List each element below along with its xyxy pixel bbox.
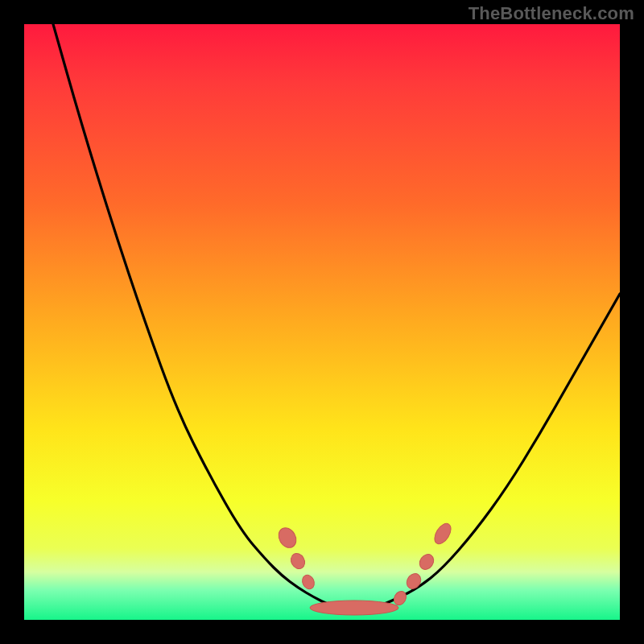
curve-marker (288, 551, 308, 571)
curve-marker (431, 521, 454, 547)
curve-marker (300, 573, 316, 591)
curve-marker (310, 601, 398, 615)
curve-marker (417, 551, 437, 572)
watermark-text: TheBottleneck.com (469, 3, 634, 24)
curve-markers (275, 521, 454, 615)
curve-marker (275, 525, 299, 551)
curve-path (53, 24, 620, 609)
plot-area (24, 24, 620, 620)
chart-frame: TheBottleneck.com (0, 0, 644, 644)
bottleneck-curve (24, 24, 620, 620)
curve-marker (404, 571, 424, 592)
